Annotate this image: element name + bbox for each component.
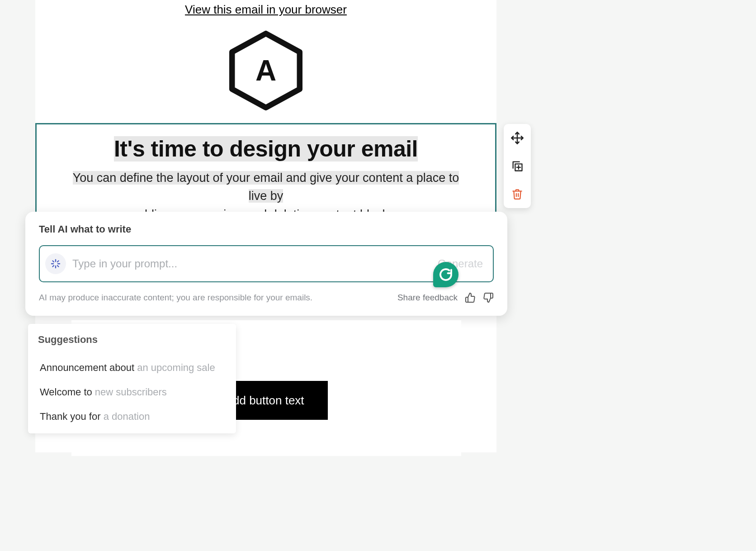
prompt-box: Generate	[39, 245, 494, 282]
suggestion-prefix: Thank you for	[40, 411, 104, 422]
trash-icon	[511, 188, 523, 200]
svg-line-11	[57, 266, 59, 267]
ai-sparkle-icon	[45, 253, 66, 274]
duplicate-icon	[511, 160, 524, 172]
view-in-browser-link[interactable]: View this email in your browser	[185, 3, 347, 16]
suggestion-hint: a donation	[104, 411, 150, 422]
block-toolbar	[504, 124, 531, 208]
suggestion-item-1[interactable]: Welcome to new subscribers	[38, 380, 226, 404]
logo-block[interactable]: A	[35, 30, 496, 111]
thumbs-down-button[interactable]	[483, 292, 494, 303]
thumbs-up-icon	[465, 292, 476, 303]
ai-panel-title: Tell AI what to write	[39, 223, 494, 235]
svg-line-10	[53, 261, 54, 262]
suggestion-item-2[interactable]: Thank you for a donation	[38, 404, 226, 429]
thumbs-up-button[interactable]	[465, 292, 476, 303]
logo-letter: A	[226, 30, 306, 111]
move-block-button[interactable]	[510, 130, 525, 146]
suggestion-hint: an upcoming sale	[137, 362, 215, 373]
suggestion-prefix: Welcome to	[40, 386, 95, 398]
subhead-line1: You can define the layout of your email …	[73, 171, 459, 203]
headline-text[interactable]: It's time to design your email	[114, 136, 418, 162]
suggestion-item-0[interactable]: Announcement about an upcoming sale	[38, 356, 226, 380]
ai-footer: AI may produce inaccurate content; you a…	[39, 292, 494, 303]
delete-block-button[interactable]	[510, 186, 525, 202]
svg-line-13	[57, 261, 59, 262]
svg-line-12	[53, 266, 54, 267]
duplicate-block-button[interactable]	[510, 158, 525, 174]
grammarly-icon	[438, 266, 454, 283]
share-feedback-link[interactable]: Share feedback	[397, 293, 458, 303]
ai-disclaimer: AI may produce inaccurate content; you a…	[39, 293, 312, 303]
cta-button-block[interactable]: dd button text	[230, 381, 328, 420]
hexagon-logo-icon: A	[226, 30, 306, 111]
feedback-group: Share feedback	[397, 292, 494, 303]
suggestion-prefix: Announcement about	[40, 362, 137, 373]
suggestions-title: Suggestions	[38, 334, 226, 346]
suggestions-popover: Suggestions Announcement about an upcomi…	[28, 324, 236, 433]
grammarly-badge[interactable]	[433, 262, 458, 287]
move-icon	[510, 131, 524, 145]
suggestion-hint: new subscribers	[95, 386, 167, 398]
ai-prompt-panel: Tell AI what to write Generate AI may pr…	[25, 212, 507, 316]
view-in-browser-wrap: View this email in your browser	[35, 0, 496, 17]
ai-prompt-input[interactable]	[72, 257, 438, 270]
thumbs-down-icon	[483, 292, 494, 303]
